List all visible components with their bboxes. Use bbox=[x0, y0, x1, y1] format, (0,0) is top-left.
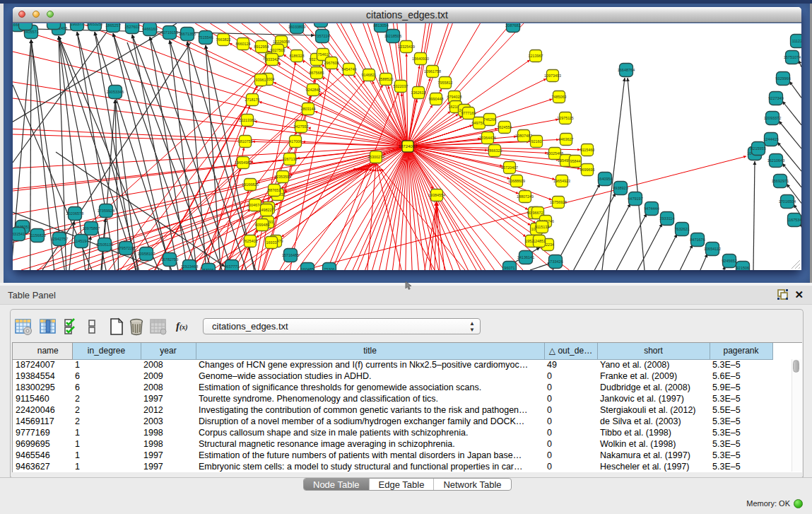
svg-text:11122: 11122 bbox=[792, 39, 801, 43]
svg-text:8938923: 8938923 bbox=[613, 186, 628, 190]
svg-text:10975867: 10975867 bbox=[83, 226, 100, 230]
svg-text:9115132: 9115132 bbox=[535, 225, 550, 229]
svg-text:7663822: 7663822 bbox=[216, 37, 231, 42]
svg-text:3267130: 3267130 bbox=[283, 157, 298, 161]
svg-text:4099489: 4099489 bbox=[255, 223, 270, 227]
svg-text:18724007: 18724007 bbox=[399, 144, 418, 148]
svg-text:10958107: 10958107 bbox=[138, 252, 155, 256]
svg-text:9115460: 9115460 bbox=[580, 148, 595, 152]
svg-text:7632621: 7632621 bbox=[674, 227, 689, 231]
svg-text:10756928: 10756928 bbox=[550, 200, 567, 204]
svg-text:92160: 92160 bbox=[531, 139, 542, 144]
svg-text:16782759: 16782759 bbox=[161, 257, 178, 262]
svg-text:5322037: 5322037 bbox=[394, 84, 408, 88]
svg-text:75461: 75461 bbox=[318, 52, 329, 57]
svg-text:9329966: 9329966 bbox=[775, 76, 790, 81]
svg-text:16033809: 16033809 bbox=[288, 25, 305, 29]
svg-text:887653: 887653 bbox=[268, 188, 281, 192]
svg-text:1145194: 1145194 bbox=[73, 239, 88, 243]
svg-text:7485063: 7485063 bbox=[552, 95, 567, 99]
svg-text:8454749: 8454749 bbox=[342, 67, 357, 71]
svg-text:12942757: 12942757 bbox=[51, 237, 68, 241]
svg-text:10025468: 10025468 bbox=[546, 151, 563, 156]
svg-text:7866322: 7866322 bbox=[488, 148, 502, 153]
svg-text:3624554: 3624554 bbox=[498, 125, 512, 129]
svg-text:19654983: 19654983 bbox=[235, 160, 252, 165]
svg-text:1167534: 1167534 bbox=[787, 218, 801, 222]
svg-text:16671355: 16671355 bbox=[179, 32, 196, 36]
svg-text:15692971: 15692971 bbox=[772, 179, 789, 183]
svg-text:18807249: 18807249 bbox=[517, 194, 534, 199]
svg-text:83906: 83906 bbox=[203, 268, 213, 270]
svg-text:25300273: 25300273 bbox=[367, 155, 384, 159]
svg-text:17359924: 17359924 bbox=[98, 209, 114, 213]
svg-text:9474444: 9474444 bbox=[644, 206, 659, 211]
svg-text:12213382: 12213382 bbox=[239, 118, 256, 122]
svg-text:16933: 16933 bbox=[266, 240, 277, 245]
svg-text:15716485: 15716485 bbox=[282, 253, 299, 257]
svg-text:417006: 417006 bbox=[289, 139, 302, 144]
svg-text:1498227: 1498227 bbox=[259, 208, 274, 212]
svg-text:15720407: 15720407 bbox=[501, 165, 518, 170]
svg-text:7357224: 7357224 bbox=[314, 34, 329, 38]
svg-text:13325419: 13325419 bbox=[398, 45, 415, 49]
svg-text:6794028: 6794028 bbox=[447, 95, 462, 99]
svg-text:16648764: 16648764 bbox=[618, 68, 635, 72]
svg-text:1244415: 1244415 bbox=[763, 137, 778, 141]
svg-text:1865257: 1865257 bbox=[105, 23, 120, 28]
svg-text:10961758: 10961758 bbox=[424, 69, 441, 74]
svg-text:2718176: 2718176 bbox=[245, 98, 260, 102]
svg-text:2588520: 2588520 bbox=[379, 77, 394, 81]
svg-text:160485: 160485 bbox=[301, 267, 314, 270]
svg-text:1640954: 1640954 bbox=[597, 177, 612, 181]
svg-text:10807487: 10807487 bbox=[515, 134, 532, 138]
svg-text:10653257: 10653257 bbox=[86, 23, 103, 26]
svg-text:9146821: 9146821 bbox=[362, 73, 377, 77]
svg-text:10719155: 10719155 bbox=[161, 30, 178, 35]
svg-text:9777169: 9777169 bbox=[461, 111, 476, 115]
svg-text:29053346: 29053346 bbox=[107, 90, 124, 94]
svg-text:12093372: 12093372 bbox=[764, 116, 781, 120]
svg-text:1362615: 1362615 bbox=[411, 90, 426, 95]
svg-text:17957223: 17957223 bbox=[117, 246, 134, 250]
svg-text:9427552: 9427552 bbox=[294, 124, 309, 129]
svg-text:124851: 124851 bbox=[533, 239, 546, 243]
svg-text:93961: 93961 bbox=[256, 78, 266, 82]
svg-text:12505135: 12505135 bbox=[96, 243, 113, 247]
svg-text:746266: 746266 bbox=[483, 117, 496, 122]
svg-text:17016504: 17016504 bbox=[779, 199, 796, 204]
svg-text:20364436: 20364436 bbox=[479, 136, 496, 140]
svg-text:8471676: 8471676 bbox=[690, 238, 705, 242]
svg-text:20206578: 20206578 bbox=[66, 211, 83, 216]
svg-text:7955812: 7955812 bbox=[438, 81, 453, 85]
svg-text:7515546: 7515546 bbox=[198, 35, 213, 40]
svg-text:8912954: 8912954 bbox=[254, 45, 269, 49]
svg-text:933342: 933342 bbox=[266, 57, 278, 62]
svg-text:10654112: 10654112 bbox=[704, 247, 721, 251]
svg-text:1527602: 1527602 bbox=[124, 25, 139, 29]
svg-text:8215955: 8215955 bbox=[751, 146, 765, 151]
svg-text:9227349: 9227349 bbox=[768, 96, 783, 100]
svg-text:6479197: 6479197 bbox=[628, 197, 642, 201]
svg-text:12226058: 12226058 bbox=[273, 40, 290, 44]
svg-text:96672: 96672 bbox=[533, 211, 543, 215]
svg-text:8660124: 8660124 bbox=[236, 42, 251, 46]
svg-text:8186328: 8186328 bbox=[290, 54, 305, 58]
svg-text:11156829: 11156829 bbox=[29, 233, 46, 238]
svg-text:14136141: 14136141 bbox=[517, 255, 534, 259]
svg-text:1213967: 1213967 bbox=[529, 54, 543, 58]
svg-text:19654923: 19654923 bbox=[553, 179, 570, 183]
svg-text:921506: 921506 bbox=[736, 266, 749, 270]
svg-text:12923468: 12923468 bbox=[181, 264, 198, 269]
svg-text:16210643: 16210643 bbox=[767, 158, 784, 163]
svg-text:9990448: 9990448 bbox=[429, 97, 444, 101]
svg-text:190377: 190377 bbox=[71, 23, 83, 26]
svg-text:331541: 331541 bbox=[13, 232, 25, 236]
svg-text:19384554: 19384554 bbox=[428, 193, 445, 197]
svg-text:12353594: 12353594 bbox=[274, 175, 291, 179]
svg-text:9657771: 9657771 bbox=[224, 264, 239, 269]
svg-text:7625402: 7625402 bbox=[243, 239, 258, 243]
svg-text:10973493: 10973493 bbox=[544, 74, 561, 78]
svg-text:95844: 95844 bbox=[570, 159, 581, 163]
svg-text:9245652: 9245652 bbox=[722, 259, 736, 263]
